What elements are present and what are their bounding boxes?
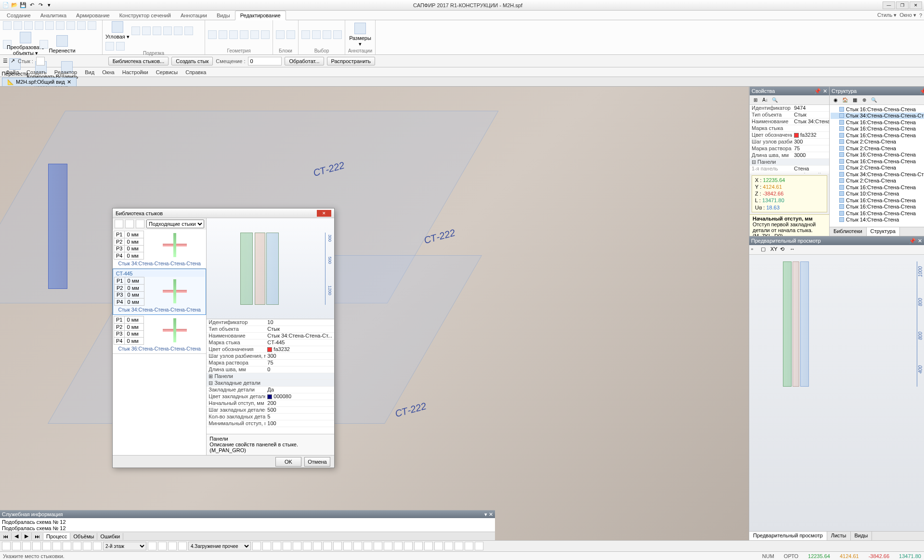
tool-icon-1[interactable]: ☰ [3,58,8,64]
qat-save-icon[interactable]: 💾 [19,1,27,9]
preview-viewport[interactable]: 400 800 800 1000 [749,255,924,531]
property-row[interactable]: НаименованиеСтык 34:Стена-Ст... [750,118,829,125]
block-1[interactable] [276,30,285,39]
properties-grid[interactable]: Идентификатор9474Тип объектаСтыкНаименов… [750,105,829,173]
prop-tool-3[interactable]: 🔍 [771,96,779,104]
close-button[interactable]: ✕ [910,1,922,9]
pv-tool-5[interactable]: ↔ [790,246,797,254]
tab-annotations[interactable]: Аннотации [176,11,212,20]
property-row[interactable]: Идентификатор9474 [750,105,829,112]
bt-1[interactable] [2,542,11,550]
bt-28[interactable] [384,542,392,550]
filter-dropdown[interactable]: Подходящие стыки [146,220,204,228]
bt-24[interactable] [343,542,352,550]
tab-create[interactable]: Создание [2,11,36,20]
doc-tab-active[interactable]: 📐 M2H.spf:Общий вид ✕ [2,78,77,86]
property-row[interactable]: НаименованиеСтык 34:Стена-Стена-Ст... [207,333,334,339]
property-row[interactable]: 1-я панельСтена [750,166,829,172]
geom-5[interactable] [250,30,259,39]
pv-tool-3[interactable]: XY [770,246,778,254]
property-row[interactable]: Марка раствора75 [207,360,334,366]
nav-last[interactable]: ⏭ [32,533,43,540]
joint-library-button[interactable]: Библиотека стыков... [108,57,169,65]
bt-16[interactable] [262,542,271,550]
property-row[interactable]: ⊟ Панели [750,159,829,166]
property-row[interactable]: Шаг узлов разбиени...300 [750,139,829,145]
bt-34[interactable] [444,542,453,550]
bt-29[interactable] [394,542,403,550]
tree-item[interactable]: Стык 16:Стена-Стена-Стена [831,204,924,210]
tree-item[interactable]: Стык 16:Стена-Стена-Стена [831,106,924,113]
dimensions-button[interactable]: Размеры ▾ [348,23,372,47]
edit-tool-5[interactable] [45,21,54,30]
edit-tool-2[interactable] [13,21,22,30]
3d-viewport[interactable]: СТ-222 СТ-222 СТ-222 Служебная информаци… [0,87,749,540]
property-row[interactable]: ⊞ Панели [207,373,334,380]
bt-21[interactable] [313,542,322,550]
tree-item[interactable]: Стык 16:Стена-Стена-Стена [831,119,924,126]
qat-undo-icon[interactable]: ↶ [28,1,36,9]
bt-18[interactable] [283,542,291,550]
angular-trim-button[interactable]: Угловая ▾ [105,21,130,40]
geom-2[interactable] [219,30,227,39]
edit-tool-3[interactable] [24,21,33,30]
tab-libraries[interactable]: Библиотеки [830,227,867,236]
property-row[interactable]: Минимальный отступ, мм100 [207,420,334,427]
prop-tool-1[interactable]: ⊞ [752,96,759,104]
nav-next[interactable]: ▶ [22,533,32,540]
move-button[interactable]: Перенести [50,35,74,53]
tree-item[interactable]: Стык 16:Стена-Стена-Стена [831,126,924,132]
tree-item[interactable]: Стык 16:Стена-Стена-Стена [831,210,924,217]
transform-objects-button[interactable]: Преобразовать объекты ▾ [13,32,38,56]
property-row[interactable]: Тип объектаСтык [207,326,334,333]
struct-tool-5[interactable]: 🔍 [870,96,878,104]
edit-tool-8[interactable] [77,21,86,30]
tree-item[interactable]: Стык 34:Стена-Стена-Стена-Стена [831,171,924,178]
tree-item[interactable]: Стык 2:Стена-Стена [831,145,924,152]
tree-item[interactable]: Стык 16:Стена-Стена-Стена [831,132,924,139]
tab-reinforcement[interactable]: Армирование [71,11,115,20]
property-row[interactable]: Марка раствора75 [750,145,829,152]
property-row[interactable]: Шаг узлов разбиения, мм300 [207,353,334,360]
select-3[interactable] [323,30,331,39]
bt-17[interactable] [273,542,281,550]
bt-3[interactable] [22,542,31,550]
property-row[interactable]: Цвет обозначенияfa3232 [750,132,829,139]
struct-tool-3[interactable]: ▦ [851,96,859,104]
tab-views[interactable]: Виды [212,11,235,20]
tree-item[interactable]: Стык 16:Стена-Стена-Стена [831,197,924,204]
bt-4[interactable] [32,542,41,550]
tree-item[interactable]: Стык 2:Стена-Стена [831,165,924,171]
trim-3[interactable] [153,26,161,35]
tab-editing[interactable]: Редактирование [235,11,286,20]
spread-button[interactable]: Распространить [327,57,376,65]
menu-windows[interactable]: Окна [98,68,118,76]
bt-27[interactable] [374,542,382,550]
tree-item[interactable]: Стык 16:Стена-Стена-Стена [831,158,924,165]
select-4[interactable] [333,30,342,39]
property-row[interactable]: Цвет закладных деталей000080 [207,393,334,400]
tab-sections[interactable]: Конструктор сечений [115,11,176,20]
block-2[interactable] [286,30,295,39]
edit-tool-9[interactable] [88,21,96,30]
bt-8[interactable] [73,542,81,550]
nav-first[interactable]: ⏮ [0,533,12,540]
tab-preview[interactable]: Предварительный просмотр [749,532,827,540]
property-row[interactable]: Кол-во закладных деталей5 [207,414,334,420]
bt-14[interactable] [178,542,187,550]
tab-analytics[interactable]: Аналитика [36,11,71,20]
menu-create[interactable]: Создать [23,68,51,76]
tab-errors[interactable]: Ошибки [97,533,123,540]
property-row[interactable]: ⊟ Закладные детали [207,380,334,387]
bt-30[interactable] [404,542,413,550]
maximize-button[interactable]: ❐ [896,1,909,9]
menu-editor[interactable]: Редактор [51,68,81,76]
qat-new-icon[interactable]: 📄 [2,1,10,9]
structure-tree[interactable]: Стык 16:Стена-Стена-СтенаСтык 34:Стена-С… [830,105,924,227]
bt-7[interactable] [63,542,71,550]
pv-tool-2[interactable]: ▢ [761,246,768,254]
tree-item[interactable]: Стык 14:Стена-Стена [831,217,924,223]
bt-12[interactable] [158,542,167,550]
bt-37[interactable] [475,542,483,550]
select-2[interactable] [312,30,321,39]
